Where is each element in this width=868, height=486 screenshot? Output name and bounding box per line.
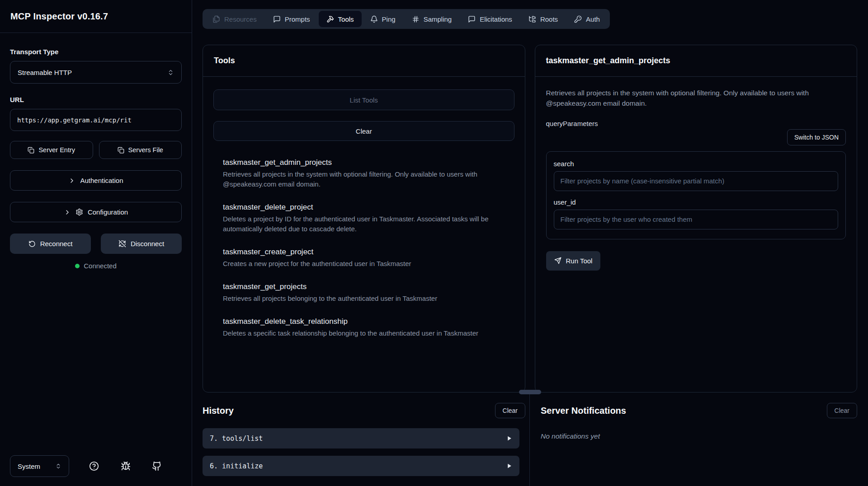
help-button[interactable] <box>87 459 101 473</box>
send-icon <box>554 257 561 264</box>
chevrons-up-down-icon <box>55 463 61 469</box>
tools-panel-header: Tools <box>203 45 525 77</box>
clear-history-button[interactable]: Clear <box>495 403 525 418</box>
tool-description: Deletes a specific task relationship bel… <box>223 328 505 338</box>
connection-buttons-row: Reconnect Disconnect <box>10 234 182 254</box>
user-id-field[interactable] <box>554 210 839 229</box>
notifications-empty-text: No notifications yet <box>541 432 857 440</box>
history-items: 7. tools/list 6. initialize <box>203 428 525 476</box>
tab-roots[interactable]: Roots <box>521 11 566 27</box>
hash-icon <box>412 15 420 23</box>
chevron-right-icon <box>68 177 75 184</box>
bottom-area: History Clear 7. tools/list 6. initializ… <box>203 393 857 486</box>
tool-detail-title: taskmaster_get_admin_projects <box>546 56 670 65</box>
tool-item[interactable]: taskmaster_get_projects Retrieves all pr… <box>223 282 505 304</box>
theme-value: System <box>18 463 40 470</box>
servers-file-button[interactable]: Servers File <box>99 141 182 159</box>
main-area: Resources Prompts Tools Ping Sampling El… <box>192 0 868 486</box>
tool-item[interactable]: taskmaster_get_admin_projects Retrieves … <box>223 158 505 189</box>
message-square-icon <box>273 15 281 23</box>
tab-label: Sampling <box>424 15 452 23</box>
disconnect-label: Disconnect <box>131 240 164 248</box>
tool-name: taskmaster_create_project <box>223 248 505 257</box>
tab-tools[interactable]: Tools <box>319 11 362 27</box>
clear-tools-button[interactable]: Clear <box>213 121 514 141</box>
history-header: History Clear <box>203 403 525 418</box>
history-item[interactable]: 7. tools/list <box>203 428 519 449</box>
tab-resources[interactable]: Resources <box>205 11 264 27</box>
history-item-label: 7. tools/list <box>210 435 263 443</box>
reconnect-button[interactable]: Reconnect <box>10 234 91 254</box>
clear-notifications-button[interactable]: Clear <box>827 403 857 418</box>
refresh-off-icon <box>118 240 126 248</box>
app-title: MCP Inspector v0.16.7 <box>10 11 108 22</box>
user-id-field-label: user_id <box>554 198 839 206</box>
switch-to-json-button[interactable]: Switch to JSON <box>787 129 846 145</box>
list-tools-button[interactable]: List Tools <box>213 89 514 110</box>
top-panels: Tools List Tools Clear taskmaster_get_ad… <box>203 45 857 393</box>
tool-item[interactable]: taskmaster_create_project Creates a new … <box>223 248 505 269</box>
tab-label: Auth <box>586 15 600 23</box>
tab-label: Prompts <box>285 15 310 23</box>
authentication-expander[interactable]: Authentication <box>10 170 182 191</box>
tool-detail-description: Retrieves all projects in the system wit… <box>546 88 846 109</box>
sidebar-body: Transport Type Streamable HTTP URL Serve… <box>0 33 192 455</box>
tab-ping[interactable]: Ping <box>363 11 403 27</box>
switch-row: Switch to JSON <box>546 129 846 145</box>
configuration-expander[interactable]: Configuration <box>10 202 182 222</box>
tool-item[interactable]: taskmaster_delete_project Deletes a proj… <box>223 203 505 234</box>
folder-tree-icon <box>528 15 536 23</box>
tab-sampling[interactable]: Sampling <box>404 11 460 27</box>
disconnect-button[interactable]: Disconnect <box>101 234 182 254</box>
tool-detail-panel: taskmaster_get_admin_projects Retrieves … <box>535 45 858 393</box>
server-entry-button[interactable]: Server Entry <box>10 141 93 159</box>
github-button[interactable] <box>150 459 164 473</box>
status-label: Connected <box>84 262 117 270</box>
authentication-label: Authentication <box>80 177 123 184</box>
tool-detail-body: Retrieves all projects in the system wit… <box>535 77 857 271</box>
sidebar-footer: System <box>0 455 192 486</box>
message-square-icon <box>468 15 476 23</box>
mcp-inspector-app: MCP Inspector v0.16.7 Transport Type Str… <box>0 0 868 486</box>
tab-prompts[interactable]: Prompts <box>265 11 318 27</box>
tool-description: Deletes a project by ID for the authenti… <box>223 214 505 234</box>
chevrons-up-down-icon <box>167 69 174 76</box>
history-panel: History Clear 7. tools/list 6. initializ… <box>203 393 525 486</box>
tab-label: Roots <box>540 15 558 23</box>
tab-auth[interactable]: Auth <box>566 11 608 27</box>
resize-handle[interactable] <box>519 390 541 394</box>
tool-item[interactable]: taskmaster_delete_task_relationship Dele… <box>223 317 505 338</box>
tool-description: Retrieves all projects belonging to the … <box>223 294 505 304</box>
tool-detail-header: taskmaster_get_admin_projects <box>535 45 857 77</box>
server-buttons-row: Server Entry Servers File <box>10 141 182 159</box>
connection-status: Connected <box>10 262 182 270</box>
url-input[interactable] <box>10 109 182 131</box>
github-icon <box>152 461 162 471</box>
copy-icon <box>28 147 34 154</box>
tool-name: taskmaster_get_admin_projects <box>223 158 505 167</box>
tool-description: Creates a new project for the authentica… <box>223 259 505 269</box>
history-title: History <box>203 406 234 416</box>
query-parameters-label: queryParameters <box>546 120 846 127</box>
files-icon <box>212 15 220 23</box>
sidebar: MCP Inspector v0.16.7 Transport Type Str… <box>0 0 192 486</box>
tab-label: Elicitations <box>480 15 512 23</box>
servers-file-label: Servers File <box>128 146 163 154</box>
run-tool-button[interactable]: Run Tool <box>546 251 601 271</box>
tab-elicitations[interactable]: Elicitations <box>460 11 520 27</box>
search-field[interactable] <box>554 171 839 191</box>
sidebar-header: MCP Inspector v0.16.7 <box>0 0 192 33</box>
theme-select[interactable]: System <box>10 455 69 477</box>
history-item[interactable]: 6. initialize <box>203 456 519 476</box>
reconnect-label: Reconnect <box>40 240 73 248</box>
configuration-label: Configuration <box>88 208 128 216</box>
report-bug-button[interactable] <box>119 459 132 473</box>
tab-label: Tools <box>338 15 354 23</box>
transport-type-select[interactable]: Streamable HTTP <box>10 61 182 84</box>
status-dot <box>75 264 80 268</box>
key-icon <box>574 15 582 23</box>
play-icon <box>506 435 512 441</box>
tools-panel-title: Tools <box>214 56 235 65</box>
hammer-icon <box>326 15 334 23</box>
tool-name: taskmaster_delete_project <box>223 203 505 212</box>
